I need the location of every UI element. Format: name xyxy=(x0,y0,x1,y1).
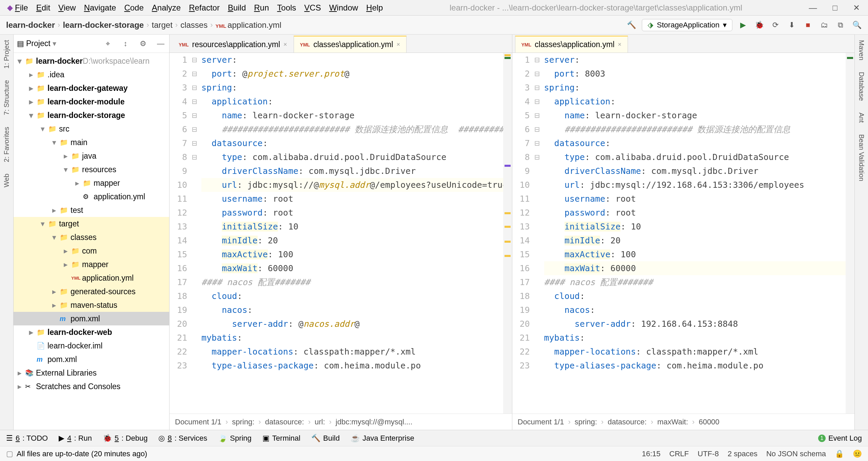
tree-toggle-icon[interactable]: ▾ xyxy=(64,165,71,174)
tree-item[interactable]: YMLapplication.yml xyxy=(14,271,169,285)
tool-window-java-enterprise[interactable]: ☕Java Enterprise xyxy=(351,434,414,443)
tree-item[interactable]: ▾📁resources xyxy=(14,163,169,176)
code-lines-left[interactable]: server: port: @project.server.prot@sprin… xyxy=(200,53,503,414)
menu-window[interactable]: Window xyxy=(329,3,358,13)
status-item[interactable]: 2 spaces xyxy=(728,449,757,458)
run-button[interactable]: ▶ xyxy=(738,21,748,29)
tree-toggle-icon[interactable]: ▸ xyxy=(52,287,60,296)
code-area-right[interactable]: 1234567891011121314151617181920212223 ⊟⊟… xyxy=(512,53,855,414)
tasks-button[interactable]: 🗂 xyxy=(819,21,829,29)
gear-icon[interactable]: ⚙ xyxy=(138,39,148,48)
tree-item[interactable]: ▸📁test xyxy=(14,203,169,217)
menu-run[interactable]: Run xyxy=(254,3,269,13)
close-icon[interactable]: × xyxy=(396,41,400,48)
tree-item[interactable]: ▾📁learn-docker D:\workspace\learn xyxy=(14,54,169,68)
tree-item[interactable]: ▸📁com xyxy=(14,244,169,258)
tool-window-todo[interactable]: ☰6: TODO xyxy=(6,434,48,443)
status-item[interactable]: No JSON schema xyxy=(766,449,826,458)
tree-toggle-icon[interactable]: ▸ xyxy=(29,328,37,337)
tree-item[interactable]: ▾📁target xyxy=(14,217,169,230)
status-item[interactable]: 🔒 xyxy=(835,449,844,458)
tool-tab----favorites[interactable]: 2: Favorites xyxy=(3,124,11,165)
status-item[interactable]: CRLF xyxy=(669,449,689,458)
tree-toggle-icon[interactable]: ▾ xyxy=(41,124,48,134)
tree-toggle-icon[interactable]: ▾ xyxy=(41,219,48,228)
tool-tab-web[interactable]: Web xyxy=(3,171,11,190)
tree-toggle-icon[interactable]: ▸ xyxy=(18,382,25,391)
tool-tab-maven[interactable]: Maven xyxy=(857,37,865,63)
minimize-button[interactable]: — xyxy=(809,3,817,13)
tool-window-spring[interactable]: 🍃Spring xyxy=(218,434,252,443)
tree-toggle-icon[interactable]: ▸ xyxy=(75,179,83,188)
menu-tools[interactable]: Tools xyxy=(277,3,296,13)
close-icon[interactable]: × xyxy=(618,41,622,48)
breadcrumb-item[interactable]: classes xyxy=(180,20,208,30)
tree-toggle-icon[interactable]: ▸ xyxy=(29,97,37,106)
menu-analyze[interactable]: Analyze xyxy=(152,3,181,13)
tree-item[interactable]: ▸📚External Libraries xyxy=(14,366,169,380)
tree-toggle-icon[interactable]: ▸ xyxy=(29,84,37,93)
crumb-item[interactable]: url: xyxy=(315,418,325,426)
menu-view[interactable]: View xyxy=(58,3,76,13)
crumb-item[interactable]: 60000 xyxy=(699,418,719,426)
menu-vcs[interactable]: VCS xyxy=(304,3,321,13)
crumb-item[interactable]: spring: xyxy=(232,418,254,426)
search-button[interactable]: 🔍 xyxy=(852,21,862,29)
tree-toggle-icon[interactable]: ▸ xyxy=(52,301,60,310)
tree-item[interactable]: ▸📁learn-docker-web xyxy=(14,325,169,339)
project-tree[interactable]: ▾📁learn-docker D:\workspace\learn▸📁.idea… xyxy=(14,53,169,430)
code-lines-right[interactable]: server: port: 8003spring: application: n… xyxy=(543,53,846,414)
breadcrumb-item[interactable]: YML application.yml xyxy=(216,20,281,30)
tree-item[interactable]: ▸📁.idea xyxy=(14,68,169,81)
tree-item[interactable]: ▸📁learn-docker-module xyxy=(14,95,169,108)
editor-scrollbar-left[interactable] xyxy=(503,53,512,414)
crumb-item[interactable]: Document 1/1 xyxy=(518,418,564,426)
status-item[interactable]: 😐 xyxy=(853,449,862,458)
breadcrumb-item[interactable]: learn-docker-storage xyxy=(63,20,144,30)
tree-item[interactable]: ▸📁java xyxy=(14,149,169,163)
debug-button[interactable]: 🐞 xyxy=(754,21,764,29)
tool-window-run[interactable]: ▶4: Run xyxy=(59,434,92,443)
tree-item[interactable]: ▸📁mapper xyxy=(14,258,169,271)
expand-icon[interactable]: ↕ xyxy=(120,39,131,48)
crumb-item[interactable]: spring: xyxy=(575,418,597,426)
tree-toggle-icon[interactable]: ▾ xyxy=(52,233,60,242)
tool-window-services[interactable]: ◎8: Services xyxy=(158,434,207,443)
tool-tab-ant[interactable]: Ant xyxy=(857,110,865,125)
menu-code[interactable]: Code xyxy=(124,3,143,13)
tool-window-terminal[interactable]: ▣Terminal xyxy=(262,434,300,443)
crumb-item[interactable]: jdbc:mysql://@mysql.... xyxy=(336,418,413,426)
menu-edit[interactable]: Edit xyxy=(36,3,50,13)
tree-item[interactable]: ▸📁mapper xyxy=(14,176,169,190)
breadcrumb-item[interactable]: learn-docker xyxy=(6,20,55,30)
run-config-selector[interactable]: ⬗ StorageApplication ▾ xyxy=(642,19,732,31)
tool-window-build[interactable]: 🔨Build xyxy=(311,434,340,443)
status-item[interactable]: 16:15 xyxy=(642,449,660,458)
editor-tab[interactable]: YMLresources\application.yml× xyxy=(172,36,294,53)
tree-item[interactable]: ▸📁generated-sources xyxy=(14,285,169,298)
crumb-item[interactable]: datasource: xyxy=(265,418,304,426)
crumb-item[interactable]: Document 1/1 xyxy=(175,418,221,426)
code-area-left[interactable]: 1234567891011121314151617181920212223 ⊟⊟… xyxy=(170,53,512,414)
editor-tab[interactable]: YMLclasses\application.yml× xyxy=(515,36,628,53)
tree-item[interactable]: mpom.xml xyxy=(14,312,169,325)
profile-button[interactable]: ⬇ xyxy=(787,21,797,29)
tree-toggle-icon[interactable]: ▸ xyxy=(64,260,71,269)
build-hammer-icon[interactable]: 🔨 xyxy=(626,21,636,29)
tree-item[interactable]: ⚙application.yml xyxy=(14,190,169,203)
tree-toggle-icon[interactable]: ▸ xyxy=(64,152,71,161)
coverage-button[interactable]: ⟳ xyxy=(770,21,781,29)
tool-tab----project[interactable]: 1: Project xyxy=(3,37,11,71)
maximize-button[interactable]: □ xyxy=(833,3,838,13)
close-icon[interactable]: × xyxy=(283,41,287,48)
close-button[interactable]: ✕ xyxy=(853,3,860,13)
tool-window-debug[interactable]: 🐞5: Debug xyxy=(103,434,147,443)
breadcrumb-item[interactable]: target xyxy=(152,20,172,30)
tree-item[interactable]: ▾📁src xyxy=(14,122,169,136)
menu-refactor[interactable]: Refactor xyxy=(189,3,220,13)
tree-toggle-icon[interactable]: ▸ xyxy=(64,246,71,256)
tree-item[interactable]: ▾📁classes xyxy=(14,230,169,244)
tree-item[interactable]: mpom.xml xyxy=(14,353,169,366)
tree-toggle-icon[interactable]: ▸ xyxy=(52,206,60,215)
tree-toggle-icon[interactable]: ▾ xyxy=(52,138,60,147)
